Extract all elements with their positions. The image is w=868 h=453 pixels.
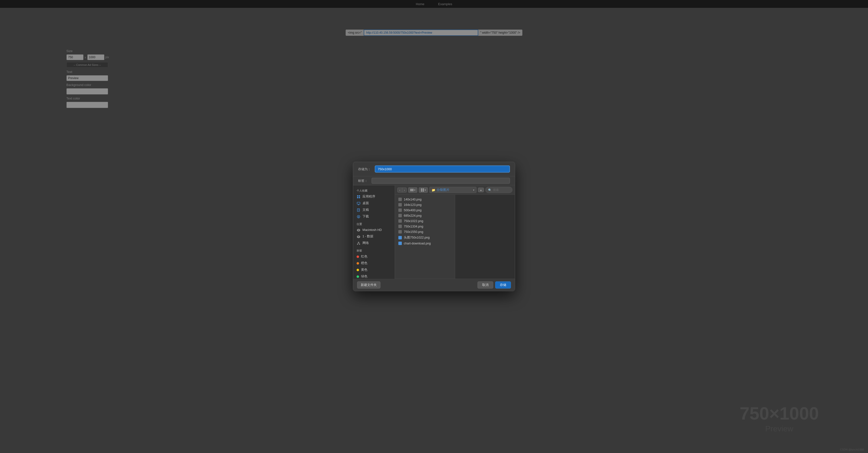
file-item-7[interactable]: 头图750x1022.png	[395, 235, 455, 241]
svg-rect-0	[357, 195, 358, 196]
folder-icon: 📁	[432, 188, 435, 192]
file-name-6: 750x1550.png	[404, 230, 423, 234]
file-item-8[interactable]: chart-download.png	[395, 241, 455, 246]
svg-rect-7	[357, 208, 360, 211]
svg-rect-29	[423, 188, 424, 190]
sidebar-item-data[interactable]: 1 - 数据	[353, 233, 395, 240]
downloads-label: 下载	[363, 215, 369, 219]
sidebar-item-network[interactable]: 网络	[353, 240, 395, 247]
harddisk-icon	[356, 228, 361, 232]
file-icon-7	[398, 236, 402, 239]
file-item-1[interactable]: 164x123.png	[395, 202, 455, 207]
svg-rect-4	[357, 202, 360, 204]
file-item-0[interactable]: 140x140.png	[395, 197, 455, 202]
file-icon-2	[398, 208, 402, 212]
svg-rect-26	[412, 189, 412, 191]
desktop-label: 桌面	[363, 201, 369, 205]
footer-right-buttons: 取消 存储	[477, 282, 511, 289]
file-item-6[interactable]: 750x1550.png	[395, 229, 455, 235]
file-icon-5	[398, 225, 402, 228]
green-dot	[356, 275, 359, 278]
svg-line-24	[359, 243, 360, 244]
file-name-1: 164x123.png	[404, 203, 422, 206]
svg-rect-27	[413, 189, 413, 191]
save-button[interactable]: 存储	[495, 282, 511, 289]
file-icon-4	[398, 219, 402, 223]
sidebar-item-downloads[interactable]: 下载	[353, 213, 395, 220]
svg-rect-25	[410, 189, 411, 191]
filename-input[interactable]: 750x1000	[375, 166, 510, 173]
search-icon: 🔍	[488, 188, 492, 192]
svg-rect-30	[421, 190, 422, 191]
cancel-button[interactable]: 取消	[477, 282, 493, 289]
file-item-2[interactable]: 500x400.png	[395, 207, 455, 213]
file-preview-area	[455, 195, 515, 279]
desktop-icon	[356, 201, 361, 205]
search-placeholder: 搜索	[493, 188, 499, 192]
forward-arrow[interactable]: ›	[402, 188, 407, 192]
expand-btn[interactable]: ▲	[478, 188, 484, 192]
file-list: 140x140.png 164x123.png 500x400.png 685x…	[395, 195, 515, 279]
file-icon-6	[398, 230, 402, 234]
dialog-footer: 新建文件夹 取消 存储	[353, 279, 515, 291]
documents-label: 文稿	[363, 208, 369, 212]
file-icon-8	[398, 242, 402, 245]
file-name-7: 头图750x1022.png	[404, 235, 430, 240]
search-box[interactable]: 🔍 搜索	[485, 187, 513, 193]
sidebar-item-desktop[interactable]: 桌面	[353, 200, 395, 206]
svg-rect-1	[359, 195, 360, 196]
devices-title: 位置	[353, 220, 395, 227]
file-icon-1	[398, 203, 402, 206]
svg-point-22	[359, 244, 360, 245]
orange-label: 橙色	[361, 261, 367, 265]
location-name: 分裂图片	[437, 188, 450, 192]
grid-down-arrow: ▾	[425, 189, 426, 191]
sidebar-item-documents[interactable]: 文稿	[353, 206, 395, 213]
green-label: 绿色	[361, 274, 367, 279]
file-item-3[interactable]: 685x224.png	[395, 213, 455, 218]
tag-input[interactable]	[372, 178, 510, 184]
location-dropdown-arrow: ▾	[473, 189, 474, 191]
grid-icon	[421, 188, 424, 192]
back-arrow[interactable]: ‹	[398, 188, 402, 192]
file-name-3: 685x224.png	[404, 214, 422, 218]
view-grid-btn[interactable]: ▾	[419, 187, 428, 193]
file-item-5[interactable]: 750x1334.png	[395, 224, 455, 229]
sidebar-tag-yellow[interactable]: 黄色	[353, 266, 395, 273]
yellow-dot	[356, 268, 359, 271]
columns-icon	[410, 188, 413, 192]
file-icon-0	[398, 198, 402, 201]
file-name-4: 750x1022.png	[404, 219, 423, 223]
dialog-main: ‹ › ▾	[395, 186, 515, 279]
view-columns-btn[interactable]: ▾	[408, 187, 417, 193]
favorites-title: 个人收藏	[353, 188, 395, 193]
sidebar-item-macintosh[interactable]: Macintosh HD	[353, 227, 395, 233]
svg-point-21	[357, 244, 358, 245]
dialog-body: 个人收藏 应用程序	[353, 186, 515, 279]
sidebar-tag-green[interactable]: 绿色	[353, 273, 395, 279]
macintosh-label: Macintosh HD	[363, 228, 382, 232]
file-name-5: 750x1334.png	[404, 225, 423, 228]
network-icon	[356, 241, 361, 245]
file-list-left: 140x140.png 164x123.png 500x400.png 685x…	[395, 195, 455, 279]
downloads-icon	[356, 215, 361, 218]
sidebar-item-apps[interactable]: 应用程序	[353, 193, 395, 200]
dialog-tag-row: 标签：	[353, 176, 515, 186]
dialog-sidebar: 个人收藏 应用程序	[353, 186, 395, 279]
red-label: 红色	[361, 255, 367, 259]
new-folder-button[interactable]: 新建文件夹	[357, 282, 380, 289]
file-name-2: 500x400.png	[404, 208, 422, 212]
location-select[interactable]: 📁 分裂图片 ▾	[429, 187, 476, 193]
file-icon-3	[398, 214, 402, 218]
svg-rect-31	[423, 190, 424, 191]
file-item-4[interactable]: 750x1022.png	[395, 218, 455, 224]
save-for-label: 存储为：	[358, 167, 371, 171]
red-dot	[356, 255, 359, 258]
sidebar-tag-red[interactable]: 红色	[353, 253, 395, 260]
svg-line-23	[358, 243, 359, 244]
sidebar-tag-orange[interactable]: 橙色	[353, 260, 395, 266]
orange-dot	[356, 262, 359, 264]
file-name-0: 140x140.png	[404, 198, 422, 201]
yellow-label: 黄色	[361, 268, 367, 272]
file-name-8: chart-download.png	[404, 242, 431, 245]
